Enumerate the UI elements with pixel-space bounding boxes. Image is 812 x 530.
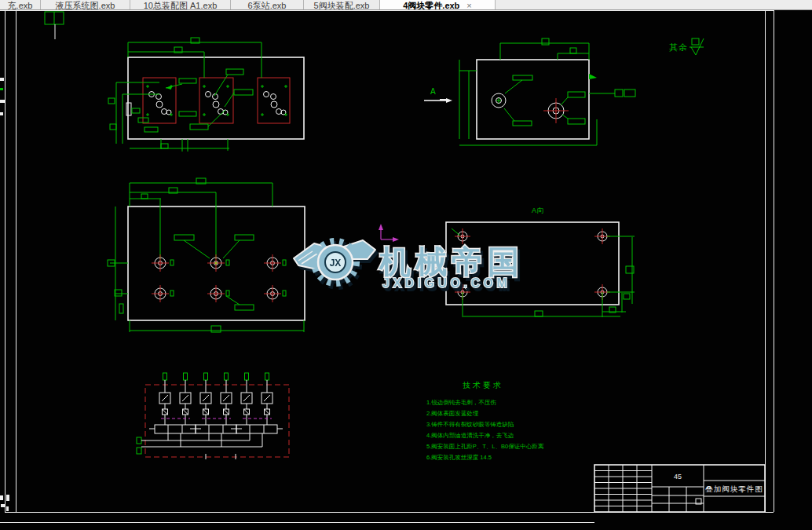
tab-label: 4阀块零件.exb bbox=[403, 0, 459, 9]
roughness-note: 其余 bbox=[669, 38, 704, 55]
material-label: 45 bbox=[674, 473, 682, 481]
tech-requirement-item: 5.阀安装面上孔距P、T、L、B0保证中心距离 bbox=[426, 441, 572, 452]
tech-requirement-item: 4.阀体内部油道清洗干净，去飞边 bbox=[426, 430, 572, 441]
tech-requirements-title: 技术要求 bbox=[463, 380, 572, 391]
tabbar-empty-space bbox=[496, 0, 812, 9]
view-top bbox=[108, 38, 304, 152]
title-block: 45 叠加阀块零件图 bbox=[594, 465, 765, 512]
tech-requirement-item: 1.锐边倒钝去毛刺，不压伤 bbox=[426, 397, 572, 408]
tab-label: 6泵站.exb bbox=[248, 0, 287, 9]
tech-requirement-item: 3.铸件不得有裂纹砂眼等铸造缺陷 bbox=[426, 419, 572, 430]
view-a-arrow-icon bbox=[446, 98, 452, 103]
tab-general-assembly[interactable]: 10总装配图 A1.exb bbox=[130, 0, 231, 9]
app-window: { "tabbar": { "tabs": [ {"label": "充.exb… bbox=[0, 0, 812, 530]
tab-label: 液压系统图.exb bbox=[56, 0, 115, 9]
logo-badge: JX bbox=[330, 258, 342, 269]
view-a-title: A向 bbox=[532, 207, 545, 214]
tab-partial-file[interactable]: 充.exb bbox=[0, 0, 41, 9]
coordinate-arrows-icon bbox=[379, 224, 399, 242]
close-tab-icon[interactable]: × bbox=[466, 2, 471, 9]
tab-pump-station[interactable]: 6泵站.exb bbox=[231, 0, 304, 9]
hydraulic-schematic bbox=[137, 373, 289, 459]
tab-hydraulic-system-diagram[interactable]: 液压系统图.exb bbox=[41, 0, 130, 9]
drawing-title: 叠加阀块零件图 bbox=[705, 484, 763, 493]
tab-valve-block-assembly[interactable]: 5阀块装配.exb bbox=[304, 0, 380, 9]
drawing-canvas[interactable]: A bbox=[0, 10, 812, 530]
tab-label: 充.exb bbox=[8, 0, 33, 9]
tech-requirements: 技术要求 1.锐边倒钝去毛刺，不压伤 2.阀体表面发蓝处理 3.铸件不得有裂纹砂… bbox=[426, 380, 572, 463]
tab-valve-block-part[interactable]: 4阀块零件.exb × bbox=[380, 0, 496, 9]
tab-label: 5阀块装配.exb bbox=[314, 0, 370, 9]
watermark-url: JXDIGUO.COM bbox=[382, 276, 510, 290]
watermark-title: 机械帝国 bbox=[379, 244, 524, 279]
tech-requirement-item: 2.阀体表面发蓝处理 bbox=[426, 408, 572, 419]
view-front bbox=[108, 178, 305, 332]
roughness-symbol-icon bbox=[689, 38, 704, 55]
view-end: A bbox=[424, 38, 635, 145]
roughness-label: 其余 bbox=[669, 42, 688, 52]
tab-label: 10总装配图 A1.exb bbox=[144, 0, 218, 9]
tech-requirement-item: 6.阀安装孔攻丝深度 14.5 bbox=[426, 452, 572, 463]
document-tab-bar: 充.exb 液压系统图.exb 10总装配图 A1.exb 6泵站.exb 5阀… bbox=[0, 0, 812, 10]
cad-drawing: A bbox=[0, 10, 812, 530]
watermark-logo: JX 机械帝国 JXDIGUO.COM bbox=[294, 240, 524, 290]
view-arrow-label: A bbox=[430, 87, 436, 96]
